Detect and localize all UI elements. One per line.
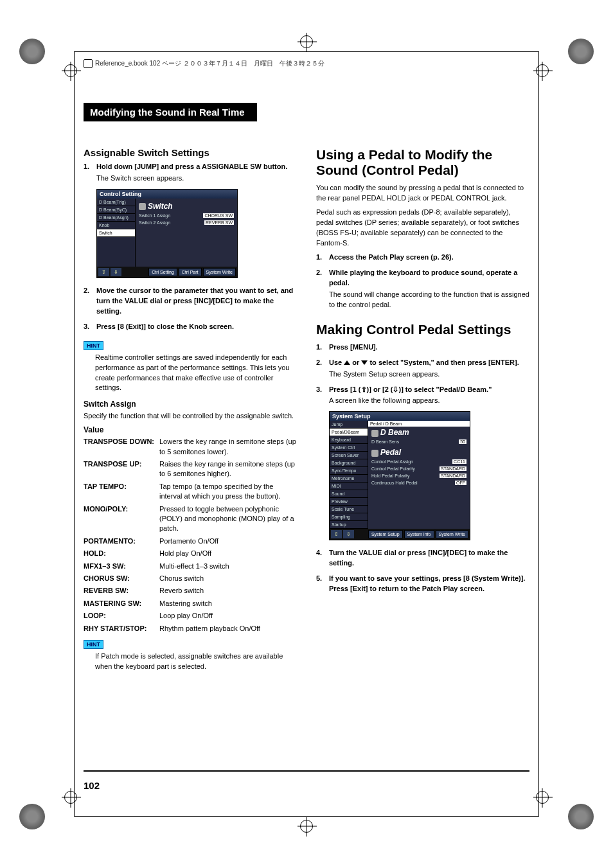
right-column: Using a Pedal to Modify the Sound (Contr…: [316, 147, 529, 677]
section-banner: Modifying the Sound in Real Time: [84, 103, 257, 121]
assignable-steps: 1. Hold down [JUMP] and press a ASSIGNAB…: [84, 162, 297, 184]
up-arrow-icon: [344, 360, 350, 365]
screenshot-titlebar: System Setup: [330, 412, 470, 421]
sidebar-item: Keyboard: [330, 436, 368, 444]
heading-assignable-switch: Assignable Switch Settings: [84, 147, 297, 158]
heading-making-pedal-settings: Making Control Pedal Settings: [316, 322, 529, 337]
heading-using-pedal: Using a Pedal to Modify the Sound (Contr…: [316, 147, 529, 178]
sidebar-item: Scale Tune: [330, 506, 368, 513]
crop-mark-tr: [568, 39, 594, 64]
step-3: 3. Press [8 (Exit)] to close the Knob sc…: [84, 322, 297, 332]
sidebar-item: D Beam(SyC): [97, 206, 135, 214]
screenshot-footer: ⇧⇩ System Setup System Info System Write: [330, 529, 470, 540]
step-b1: 1. Press [MENU].: [316, 342, 529, 353]
sidebar-item: Background: [330, 459, 368, 467]
hint-text: Realtime controller settings are saved i…: [95, 353, 297, 394]
sidebar-item: Sound: [330, 490, 368, 498]
down-arrow-icon: [361, 360, 368, 365]
sidebar-item: Sync/Tempo: [330, 467, 368, 475]
sidebar-item: System Ctrl: [330, 444, 368, 452]
hint-label: HINT: [84, 341, 103, 350]
crop-mark-tl: [19, 39, 45, 64]
dbeam-icon: [371, 430, 378, 437]
step-1: 1. Hold down [JUMP] and press a ASSIGNAB…: [84, 162, 297, 184]
step-a1: 1. Access the Patch Play screen (p. 26).: [316, 252, 529, 263]
sidebar-item: Startup: [330, 521, 368, 529]
down-arrow-icon: ⇩: [111, 268, 121, 276]
step-2: 2. Move the cursor to the parameter that…: [84, 286, 297, 317]
pedal-intro-1: You can modify the sound by pressing a p…: [316, 183, 529, 204]
heading-value: Value: [84, 425, 297, 434]
pedal-intro-2: Pedal such as expression pedals (DP-8; a…: [316, 208, 529, 249]
book-icon: [84, 59, 93, 68]
sidebar-item-active: Switch: [97, 229, 135, 237]
screenshot-sidebar: D Beam(Trig) D Beam(SyC) D Beam(Asgn) Kn…: [97, 199, 136, 267]
screenshot-main: Pedal / D Beam D Beam D Beam Sens50 Peda…: [368, 421, 470, 529]
sidebar-item: Sampling: [330, 513, 368, 521]
pedal-steps-b: 1. Press [MENU]. 2. Use or to select "Sy…: [316, 342, 529, 407]
value-table: TRANSPOSE DOWN:Lowers the key range in s…: [84, 437, 297, 636]
registration-mark: [300, 35, 313, 48]
sidebar-item: Preview: [330, 498, 368, 506]
step-b2: 2. Use or to select "System," and then p…: [316, 358, 529, 380]
screenshot-footer: ⇧⇩ Ctrl Setting Ctrl Part System Write: [97, 267, 237, 278]
step-a2: 2. While playing the keyboard to produce…: [316, 268, 529, 310]
page-number: 102: [84, 780, 100, 791]
sidebar-item: D Beam(Trig): [97, 199, 135, 206]
hint-label-2: HINT: [84, 640, 103, 649]
pedal-steps-c: 4. Turn the VALUE dial or press [INC]/[D…: [316, 548, 529, 594]
sidebar-item: Metronome: [330, 475, 368, 483]
up-arrow-icon: ⇧: [98, 268, 109, 276]
step-b3: 3. Press [1 (⇧)] or [2 (⇩)] to select "P…: [316, 385, 529, 407]
switch-icon: [139, 203, 146, 210]
sidebar-item: Jump: [330, 421, 368, 429]
down-arrow-icon: ⇩: [343, 530, 354, 538]
sidebar-item: Knob: [97, 222, 135, 229]
book-header-text: Reference_e.book 102 ページ ２００３年７月１４日 月曜日 …: [95, 59, 324, 68]
left-column: Assignable Switch Settings 1. Hold down …: [84, 147, 297, 677]
page-content: Modifying the Sound in Real Time Assigna…: [84, 103, 529, 778]
step-c4: 4. Turn the VALUE dial or press [INC]/[D…: [316, 548, 529, 569]
screenshot-sidebar: Jump Pedal/DBeam Keyboard System Ctrl Sc…: [330, 421, 368, 529]
step-c5: 5. If you want to save your settings, pr…: [316, 574, 529, 594]
switch-assign-desc: Specify the function that will be contro…: [84, 411, 297, 421]
pedal-steps-a: 1. Access the Patch Play screen (p. 26).…: [316, 252, 529, 310]
sidebar-item: MIDI: [330, 483, 368, 490]
hint-text-2: If Patch mode is selected, assignable sw…: [95, 651, 297, 672]
up-arrow-icon: ⇧: [331, 530, 342, 538]
screenshot-system-setup: System Setup Jump Pedal/DBeam Keyboard S…: [329, 411, 470, 540]
pedal-icon: [371, 450, 378, 457]
sidebar-item-active: Pedal/DBeam: [330, 429, 368, 436]
sidebar-item: Screen Saver: [330, 452, 368, 459]
screenshot-titlebar: Control Setting: [97, 190, 237, 199]
sidebar-item: D Beam(Asgn): [97, 214, 135, 222]
crop-mark-bl: [19, 804, 45, 829]
heading-switch-assign: Switch Assign: [84, 400, 297, 409]
crop-mark-br: [568, 804, 594, 829]
assignable-steps-cont: 2. Move the cursor to the parameter that…: [84, 286, 297, 332]
screenshot-main: Switch Switch 1 AssignCHORUS SW Switch 2…: [136, 199, 237, 267]
page-rule: [84, 770, 529, 772]
book-header: Reference_e.book 102 ページ ２００３年７月１４日 月曜日 …: [84, 59, 324, 68]
screenshot-control-setting: Control Setting D Beam(Trig) D Beam(SyC)…: [96, 189, 238, 278]
registration-mark: [300, 820, 313, 833]
